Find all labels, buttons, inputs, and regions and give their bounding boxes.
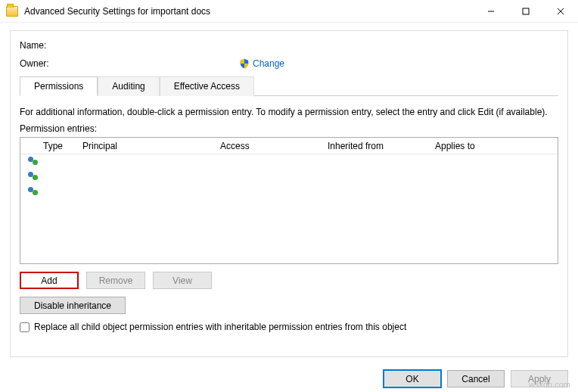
name-row: Name: (20, 40, 558, 51)
folder-icon (6, 6, 18, 17)
close-button[interactable] (543, 0, 578, 23)
owner-label: Owner: (20, 58, 239, 69)
view-button[interactable]: View (153, 272, 212, 289)
owner-row: Owner: Change (20, 58, 558, 69)
tab-effective-access-label: Effective Access (174, 81, 240, 92)
maximize-button[interactable] (508, 0, 543, 23)
svg-rect-1 (523, 8, 529, 14)
col-type[interactable]: Type (39, 141, 78, 151)
permission-row[interactable] (20, 154, 558, 170)
col-applies[interactable]: Applies to (430, 141, 558, 151)
col-inherited[interactable]: Inherited from (323, 141, 430, 151)
permission-list-header: Type Principal Access Inherited from App… (20, 138, 558, 154)
col-access[interactable]: Access (216, 141, 323, 151)
replace-child-checkbox[interactable] (20, 322, 30, 332)
permission-entries-label: Permission entries: (20, 123, 558, 134)
permission-row[interactable] (20, 185, 558, 200)
shield-icon (239, 58, 250, 69)
dialog-footer: OK Cancel Apply (384, 370, 568, 387)
tab-effective-access[interactable]: Effective Access (160, 76, 254, 96)
tab-strip: Permissions Auditing Effective Access (20, 76, 558, 96)
window-title: Advanced Security Settings for important… (24, 6, 474, 17)
titlebar: Advanced Security Settings for important… (0, 0, 578, 23)
permission-list[interactable]: Type Principal Access Inherited from App… (20, 137, 558, 264)
remove-button[interactable]: Remove (86, 272, 145, 289)
ok-button[interactable]: OK (384, 370, 441, 387)
name-label: Name: (20, 40, 239, 51)
disable-inheritance-button[interactable]: Disable inheritance (20, 297, 126, 314)
tab-auditing[interactable]: Auditing (98, 76, 159, 96)
change-owner-link[interactable]: Change (253, 58, 284, 69)
tab-permissions[interactable]: Permissions (20, 76, 98, 96)
replace-child-label: Replace all child object permission entr… (34, 322, 406, 332)
permission-row[interactable] (20, 170, 558, 185)
info-text: For additional information, double-click… (20, 107, 558, 117)
apply-button[interactable]: Apply (511, 370, 568, 387)
add-button[interactable]: Add (20, 272, 79, 289)
window-controls (474, 0, 578, 23)
tab-permissions-label: Permissions (34, 81, 83, 92)
minimize-button[interactable] (474, 0, 508, 23)
tab-auditing-label: Auditing (112, 81, 144, 92)
col-principal[interactable]: Principal (78, 141, 216, 151)
cancel-button[interactable]: Cancel (447, 370, 505, 387)
main-panel: Name: Owner: Change Permissions Auditing… (10, 30, 568, 357)
